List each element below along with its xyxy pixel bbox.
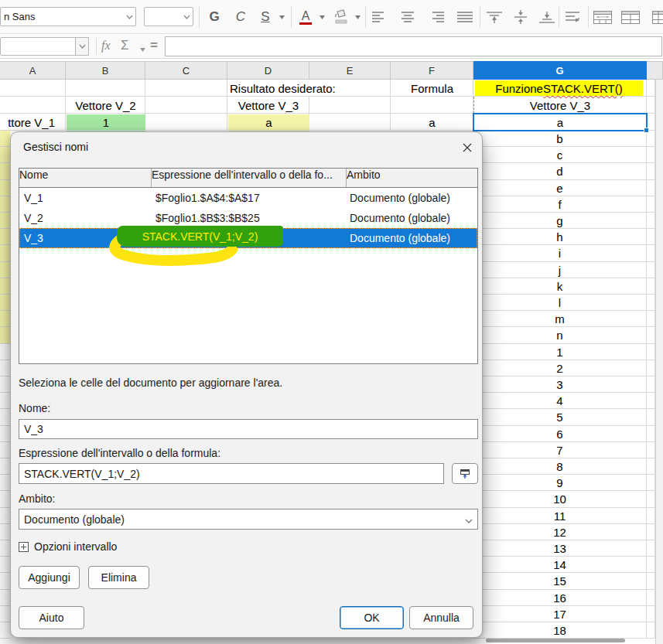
column-header-a[interactable]: A bbox=[0, 61, 66, 80]
column-header-partial[interactable] bbox=[647, 61, 663, 80]
g-column-cell[interactable]: k bbox=[473, 278, 647, 295]
grid-cell[interactable] bbox=[647, 229, 655, 245]
grid-cell[interactable] bbox=[0, 80, 66, 97]
cell-a3[interactable]: ttore V_1 bbox=[0, 114, 66, 131]
grid-cell[interactable] bbox=[647, 458, 655, 475]
underline-dropdown-icon[interactable] bbox=[277, 11, 286, 23]
g-column-cell[interactable]: 9 bbox=[473, 475, 647, 491]
add-button[interactable]: Aggiungi bbox=[19, 566, 80, 589]
wrap-text-icon[interactable] bbox=[563, 5, 583, 29]
sum-icon[interactable]: Σ bbox=[121, 38, 129, 53]
shrink-button[interactable] bbox=[452, 463, 478, 484]
g-column-cell[interactable]: 2 bbox=[473, 360, 647, 377]
range-options-expander[interactable]: Opzioni intervallo bbox=[19, 540, 117, 553]
g-column-cell[interactable]: l bbox=[473, 295, 647, 311]
font-color-dropdown-icon[interactable] bbox=[317, 11, 326, 23]
column-header-c[interactable]: C bbox=[145, 61, 227, 80]
equals-formula-icon[interactable]: = bbox=[150, 38, 158, 53]
g-column-cell[interactable]: 10 bbox=[473, 491, 647, 508]
g-column-cell[interactable]: n bbox=[473, 327, 647, 344]
grid-cell[interactable] bbox=[647, 180, 655, 196]
grid-cell[interactable] bbox=[647, 590, 655, 606]
grid-cell[interactable] bbox=[145, 97, 227, 114]
grid-cell[interactable] bbox=[647, 295, 655, 311]
grid-cell[interactable] bbox=[647, 606, 655, 622]
ok-button[interactable]: OK bbox=[340, 606, 404, 629]
bold-button[interactable]: G bbox=[203, 5, 226, 29]
close-icon[interactable] bbox=[456, 138, 478, 157]
g-column-cell[interactable]: 4 bbox=[473, 393, 647, 409]
chevron-down-icon[interactable] bbox=[123, 15, 135, 19]
align-right-icon[interactable] bbox=[426, 5, 446, 29]
column-header-name[interactable]: Nome bbox=[19, 169, 152, 187]
selection-handle[interactable] bbox=[644, 128, 649, 133]
g-column-cell[interactable]: 13 bbox=[473, 540, 647, 557]
name-input[interactable] bbox=[19, 419, 478, 439]
delete-button[interactable]: Elimina bbox=[88, 566, 149, 589]
grid-cell[interactable] bbox=[647, 147, 655, 163]
chevron-down-icon[interactable] bbox=[180, 15, 193, 19]
cell-b3[interactable]: 1 bbox=[67, 114, 145, 130]
align-center-icon[interactable] bbox=[398, 5, 418, 29]
g-column-cell[interactable]: 1 bbox=[473, 344, 647, 360]
expression-input[interactable] bbox=[19, 463, 444, 484]
cell-f1[interactable]: Formula bbox=[391, 80, 473, 97]
background-color-dropdown-icon[interactable] bbox=[353, 11, 362, 23]
cell-d2[interactable]: Vettore V_3 bbox=[227, 97, 309, 114]
grid-cell[interactable] bbox=[647, 377, 655, 393]
named-range-row[interactable]: V_3Documento (globale) bbox=[19, 228, 477, 248]
grid-cell[interactable] bbox=[647, 245, 655, 262]
column-header-expression[interactable]: Espressione dell'intervallo o della fo..… bbox=[152, 169, 347, 187]
grid-cell[interactable] bbox=[309, 97, 391, 114]
merge-cells-icon[interactable] bbox=[620, 5, 641, 29]
named-range-row[interactable]: V_2$Foglio1.$B$3:$B$25Documento (globale… bbox=[19, 208, 477, 228]
g-column-cell[interactable]: 7 bbox=[473, 442, 647, 458]
g-column-cell[interactable]: 3 bbox=[473, 377, 647, 393]
underline-button[interactable]: S bbox=[255, 5, 275, 29]
g-column-cell[interactable]: 14 bbox=[473, 557, 647, 573]
g-column-cell[interactable]: 18 bbox=[473, 622, 647, 639]
align-justify-icon[interactable] bbox=[455, 5, 475, 29]
sum-dropdown-icon[interactable] bbox=[138, 43, 147, 56]
help-button[interactable]: Aiuto bbox=[19, 606, 84, 629]
grid-cell[interactable] bbox=[647, 524, 655, 540]
background-color-icon[interactable] bbox=[331, 5, 351, 29]
g-column-cell[interactable]: c bbox=[473, 147, 647, 163]
name-box[interactable] bbox=[0, 37, 76, 56]
grid-cell[interactable] bbox=[647, 409, 655, 426]
cell-d1[interactable]: Risultato desiderato: bbox=[230, 80, 388, 97]
g-column-cell[interactable]: b bbox=[473, 131, 647, 147]
scope-select[interactable]: Documento (globale) bbox=[19, 509, 478, 530]
font-name-combo[interactable]: n Sans bbox=[0, 7, 136, 26]
g-column-cell[interactable]: 17 bbox=[473, 606, 647, 622]
grid-cell[interactable] bbox=[647, 344, 655, 360]
grid-cell[interactable] bbox=[647, 426, 655, 442]
grid-cell[interactable] bbox=[647, 622, 655, 639]
vertical-scrollbar[interactable] bbox=[655, 80, 663, 644]
align-bottom-icon[interactable] bbox=[537, 5, 557, 29]
grid-cell[interactable] bbox=[647, 213, 655, 229]
g-column-cell[interactable]: 6 bbox=[473, 426, 647, 442]
grid-cell[interactable] bbox=[647, 491, 655, 508]
cell-b2[interactable]: Vettore V_2 bbox=[66, 97, 145, 114]
grid-cell[interactable] bbox=[647, 360, 655, 377]
grid-cell[interactable] bbox=[647, 393, 655, 409]
grid-cell[interactable] bbox=[647, 163, 655, 180]
g-column-cell[interactable]: j bbox=[473, 262, 647, 278]
italic-button[interactable]: C bbox=[229, 5, 252, 29]
g-column-cell[interactable]: 15 bbox=[473, 573, 647, 590]
grid-cell[interactable] bbox=[647, 508, 655, 524]
grid-cell[interactable] bbox=[0, 97, 66, 114]
grid-cell[interactable] bbox=[647, 278, 655, 295]
g-column-cell[interactable]: i bbox=[473, 245, 647, 262]
g-column-cell[interactable]: g bbox=[473, 213, 647, 229]
grid-cell[interactable] bbox=[647, 327, 655, 344]
cell-g2[interactable]: Vettore V_3 bbox=[473, 97, 647, 114]
formula-input[interactable] bbox=[165, 36, 662, 56]
cell-g1[interactable]: Funzione STACK.VERT() bbox=[475, 80, 643, 96]
align-center-vertically-icon[interactable] bbox=[511, 5, 531, 29]
g-column-cell[interactable]: d bbox=[473, 163, 647, 180]
grid-cell[interactable] bbox=[647, 196, 655, 213]
column-header-f[interactable]: F bbox=[391, 61, 473, 80]
g-column-cell[interactable]: 5 bbox=[473, 409, 647, 426]
